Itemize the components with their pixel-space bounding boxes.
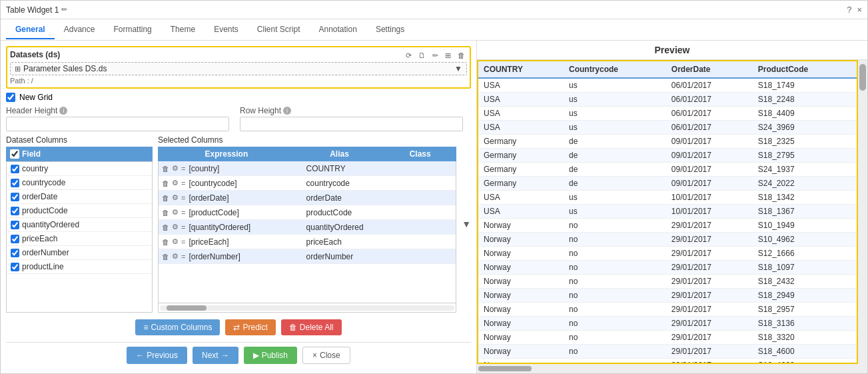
dataset-column-item: productLine: [7, 260, 152, 274]
col-item-checkbox[interactable]: [11, 221, 19, 229]
table-cell: S18_4668: [753, 359, 857, 365]
preview-horizontal-scrollbar[interactable]: [477, 364, 867, 373]
sel-col-equals[interactable]: =: [181, 208, 186, 217]
previous-button[interactable]: ← Previous: [127, 347, 187, 364]
delete-all-button[interactable]: 🗑 Delete All: [281, 319, 342, 335]
ds-delete-button[interactable]: 🗑: [456, 51, 467, 61]
table-row: Germanyde09/01/2017S18_2795: [478, 149, 857, 163]
sel-col-delete[interactable]: 🗑: [161, 252, 170, 261]
sel-col-equals[interactable]: =: [181, 237, 186, 247]
tab-client-script[interactable]: Client Script: [248, 21, 310, 39]
sel-col-equals[interactable]: =: [181, 193, 186, 203]
publish-button[interactable]: ▶ Publish: [244, 347, 297, 364]
ds-refresh-button[interactable]: ⟳: [404, 51, 414, 61]
horizontal-scrollbar[interactable]: [158, 303, 456, 313]
preview-vertical-scrollbar[interactable]: [858, 60, 867, 364]
table-cell: USA: [478, 93, 564, 107]
table-cell: S18_1097: [753, 261, 857, 275]
sel-col-delete[interactable]: 🗑: [161, 193, 170, 203]
close-icon: ×: [312, 351, 317, 360]
selected-columns-list: 🗑 ⚙ = [country] COUNTRY 🗑 ⚙ = [countryco…: [158, 161, 456, 303]
sel-col-delete[interactable]: 🗑: [161, 208, 170, 217]
close-button[interactable]: × Close: [302, 347, 350, 364]
ds-item: ⊞ Parameter Sales DS.ds: [15, 64, 107, 73]
col-item-checkbox[interactable]: [11, 193, 19, 201]
table-cell: S18_2795: [753, 149, 857, 163]
sel-col-settings[interactable]: ⚙: [171, 193, 179, 203]
header-height-info-icon[interactable]: i: [59, 107, 67, 115]
table-cell: 29/01/2017: [666, 275, 753, 289]
next-button[interactable]: Next →: [193, 347, 238, 364]
table-cell: Norway: [478, 331, 564, 345]
predict-button[interactable]: ⇄ Predict: [225, 319, 275, 335]
ds-edit-button[interactable]: ✏: [430, 51, 440, 61]
main-content: Datasets (ds) ⟳ 🗋 ✏ ⊞ 🗑 ⊞ Parameter Sale…: [1, 41, 867, 373]
table-cell: us: [564, 205, 666, 219]
help-button[interactable]: ?: [847, 5, 851, 15]
sel-col-delete[interactable]: 🗑: [161, 237, 170, 247]
col-item-checkbox[interactable]: [11, 179, 19, 187]
tab-events[interactable]: Events: [205, 21, 248, 39]
ds-chevron-icon[interactable]: ▼: [454, 64, 462, 73]
dataset-column-item: productCode: [7, 204, 152, 218]
col-item-checkbox[interactable]: [11, 235, 19, 243]
table-cell: 10/01/2017: [666, 191, 753, 205]
tab-theme[interactable]: Theme: [161, 21, 205, 39]
footer-buttons: ← Previous Next → ▶ Publish × Close: [6, 342, 471, 368]
table-cell: 10/01/2017: [666, 205, 753, 219]
col-item-checkbox[interactable]: [11, 263, 19, 271]
table-row: Norwayno29/01/2017S18_1097: [478, 261, 857, 275]
table-cell: S24_1937: [753, 163, 857, 177]
col-item-checkbox[interactable]: [11, 249, 19, 257]
row-height-input[interactable]: 25: [240, 117, 463, 131]
col-item-checkbox[interactable]: [11, 165, 19, 173]
tab-annotation[interactable]: Annotation: [310, 21, 366, 39]
new-grid-checkbox[interactable]: [6, 93, 15, 102]
sel-col-equals[interactable]: =: [181, 179, 186, 188]
table-row: USAus06/01/2017S18_2248: [478, 93, 857, 107]
table-cell: 29/01/2017: [666, 261, 753, 275]
table-cell: S18_1367: [753, 205, 857, 219]
sel-col-settings[interactable]: ⚙: [171, 237, 179, 247]
table-cell: USA: [478, 205, 564, 219]
sel-col-delete[interactable]: 🗑: [161, 164, 170, 173]
tab-settings[interactable]: Settings: [366, 21, 414, 39]
custom-columns-button[interactable]: ≡ Custom Columns: [135, 319, 220, 335]
table-cell: de: [564, 135, 666, 149]
sel-col-settings[interactable]: ⚙: [171, 178, 179, 188]
table-cell: us: [564, 121, 666, 135]
dataset-columns-select-all[interactable]: [10, 149, 19, 159]
predict-icon: ⇄: [233, 323, 240, 332]
tab-formatting[interactable]: Formatting: [104, 21, 161, 39]
sel-col-delete[interactable]: 🗑: [161, 223, 170, 232]
sel-col-equals[interactable]: =: [181, 223, 186, 232]
table-cell: 06/01/2017: [666, 93, 753, 107]
sel-col-settings[interactable]: ⚙: [171, 163, 179, 173]
tab-general[interactable]: General: [6, 21, 55, 39]
selected-column-item: 🗑 ⚙ = [orderNumber] orderNumber: [159, 249, 456, 264]
sel-col-alias: priceEach: [305, 237, 393, 247]
ds-add-button[interactable]: 🗋: [416, 51, 428, 61]
preview-table: COUNTRYCountrycodeOrderDateProductCodeUS…: [478, 61, 857, 364]
ds-col-scroll-down[interactable]: ▼: [462, 219, 471, 229]
sel-col-delete[interactable]: 🗑: [161, 179, 170, 188]
tab-advance[interactable]: Advance: [55, 21, 105, 39]
sel-col-equals[interactable]: =: [181, 252, 186, 261]
sel-col-alias: countrycode: [305, 179, 393, 188]
sel-col-settings[interactable]: ⚙: [171, 251, 179, 261]
table-cell: 29/01/2017: [666, 359, 753, 365]
sel-header-expression: Expression: [162, 149, 291, 159]
table-row: Norwayno29/01/2017S10_1949: [478, 219, 857, 233]
preview-column-header: Countrycode: [564, 61, 666, 78]
sel-col-settings[interactable]: ⚙: [171, 222, 179, 232]
row-height-info-icon[interactable]: i: [283, 107, 291, 115]
sel-col-equals[interactable]: =: [181, 164, 186, 173]
sel-col-settings[interactable]: ⚙: [171, 207, 179, 217]
ds-copy-button[interactable]: ⊞: [443, 51, 453, 61]
close-window-button[interactable]: ×: [857, 5, 862, 15]
table-cell: S18_2248: [753, 93, 857, 107]
edit-title-icon[interactable]: ✏: [61, 5, 67, 14]
col-item-checkbox[interactable]: [11, 207, 19, 215]
header-height-input[interactable]: 25: [6, 117, 229, 131]
col-item-label: priceEach: [22, 234, 57, 243]
